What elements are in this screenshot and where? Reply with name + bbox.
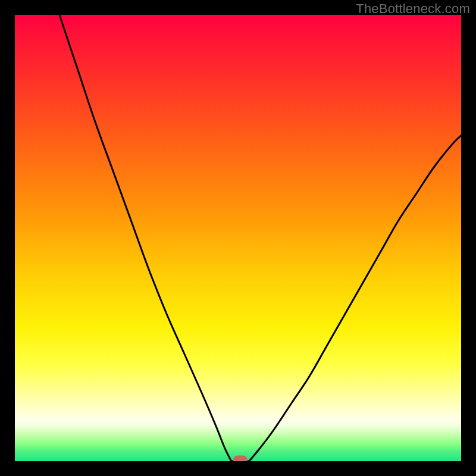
- optimum-marker: [15, 15, 461, 461]
- svg-rect-0: [233, 456, 248, 462]
- chart-frame: TheBottleneck.com: [0, 0, 476, 476]
- plot-area: [15, 15, 461, 461]
- watermark-text: TheBottleneck.com: [356, 1, 470, 17]
